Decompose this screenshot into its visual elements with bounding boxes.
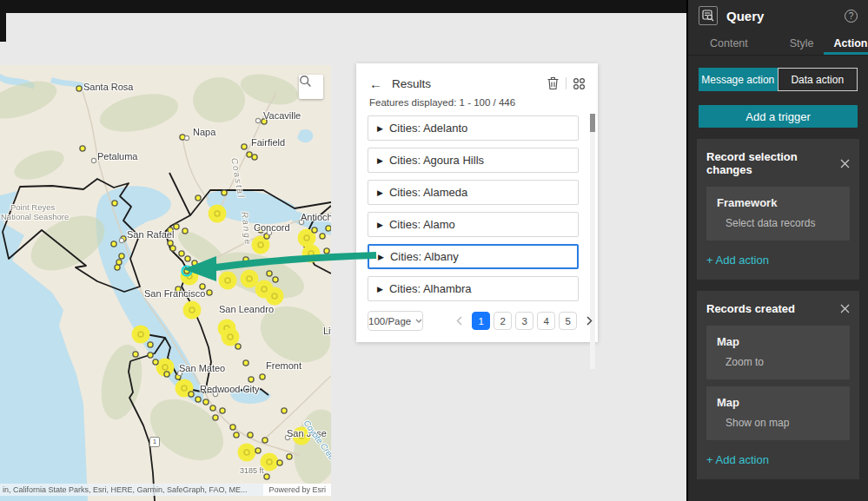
caret-icon[interactable]: ▶	[377, 285, 383, 293]
close-icon[interactable]	[840, 304, 850, 313]
delete-icon[interactable]	[547, 76, 560, 90]
selected-city-dot[interactable]	[184, 268, 189, 274]
city-feature-dot[interactable]	[262, 119, 267, 124]
city-feature-dot[interactable]	[258, 227, 263, 233]
caret-icon[interactable]: ▶	[377, 188, 383, 197]
city-feature-dot[interactable]	[153, 359, 158, 365]
result-item[interactable]: ▶ Cities: Adelanto	[368, 115, 579, 141]
city-feature-dot[interactable]	[168, 227, 173, 233]
page-button-1[interactable]: 1	[472, 312, 490, 330]
grid-view-icon[interactable]	[573, 77, 586, 90]
city-feature-dot[interactable]	[235, 344, 241, 349]
caret-icon[interactable]: ▶	[378, 253, 384, 261]
city-feature-dot[interactable]	[170, 246, 176, 251]
city-feature-dot[interactable]	[320, 234, 325, 239]
city-feature-highlight[interactable]	[266, 287, 284, 306]
city-feature-dot[interactable]	[220, 408, 225, 413]
map-canvas[interactable]: Santa RosaVacavilleNapaFairfieldPetaluma…	[0, 65, 331, 501]
city-feature-dot[interactable]	[133, 352, 138, 357]
action-card-framework[interactable]: Framework Select data records	[706, 187, 850, 241]
city-feature-highlight[interactable]	[293, 427, 311, 445]
city-feature-dot[interactable]	[247, 152, 252, 157]
add-trigger-button[interactable]: Add a trigger	[699, 105, 858, 128]
city-feature-dot[interactable]	[213, 415, 218, 420]
data-action-button[interactable]: Data action	[778, 68, 858, 91]
city-feature-dot[interactable]	[248, 432, 253, 438]
add-action-link[interactable]: + Add action	[706, 254, 850, 267]
city-feature-highlight[interactable]	[183, 301, 202, 320]
city-feature-dot[interactable]	[312, 227, 317, 233]
page-button-5[interactable]: 5	[559, 312, 577, 330]
city-feature-highlight[interactable]	[209, 205, 227, 223]
city-feature-dot[interactable]	[243, 257, 248, 262]
result-item[interactable]: ▶ Cities: Alhambra	[368, 276, 579, 301]
city-feature-dot[interactable]	[210, 405, 215, 411]
result-item[interactable]: ▶ Cities: Alameda	[368, 180, 579, 205]
city-feature-dot[interactable]	[119, 254, 124, 259]
tab-action[interactable]: Action	[824, 31, 868, 55]
prev-page-button[interactable]	[450, 312, 468, 330]
city-feature-dot[interactable]	[115, 265, 120, 270]
city-feature-highlight[interactable]	[219, 272, 237, 290]
city-feature-dot[interactable]	[176, 287, 181, 292]
message-action-button[interactable]: Message action	[699, 68, 778, 91]
action-card-map-show[interactable]: Map Show on map	[706, 386, 850, 440]
city-feature-highlight[interactable]	[222, 328, 240, 346]
city-feature-highlight[interactable]	[238, 444, 256, 462]
map-search-button[interactable]	[299, 75, 323, 99]
city-feature-dot[interactable]	[243, 360, 248, 366]
result-item[interactable]: ▶ Cities: Agoura Hills	[368, 148, 579, 173]
city-feature-dot[interactable]	[248, 377, 254, 382]
next-page-button[interactable]	[580, 312, 599, 330]
city-feature-highlight[interactable]	[241, 270, 259, 288]
city-feature-dot[interactable]	[267, 271, 272, 276]
tab-content[interactable]: Content	[700, 31, 758, 55]
city-feature-dot[interactable]	[189, 392, 194, 397]
result-item-selected[interactable]: ▶ Cities: Albany	[368, 244, 579, 269]
city-feature-dot[interactable]	[195, 397, 201, 402]
city-feature-dot[interactable]	[260, 374, 265, 379]
city-feature-dot[interactable]	[148, 342, 153, 347]
city-feature-dot[interactable]	[255, 448, 261, 453]
page-button-4[interactable]: 4	[537, 312, 555, 330]
city-feature-dot[interactable]	[242, 144, 247, 149]
city-feature-dot[interactable]	[200, 284, 205, 289]
city-feature-dot[interactable]	[277, 460, 282, 465]
city-feature-dot[interactable]	[252, 155, 257, 160]
city-feature-dot[interactable]	[264, 474, 269, 479]
result-item[interactable]: ▶ Cities: Alamo	[368, 212, 579, 237]
city-feature-dot[interactable]	[185, 256, 190, 261]
city-feature-dot[interactable]	[207, 290, 212, 295]
city-feature-dot[interactable]	[234, 432, 239, 438]
city-feature-dot[interactable]	[116, 260, 122, 265]
close-icon[interactable]	[840, 159, 850, 168]
city-feature-dot[interactable]	[273, 277, 278, 282]
city-feature-dot[interactable]	[76, 86, 82, 91]
page-button-3[interactable]: 3	[515, 312, 533, 330]
city-feature-dot[interactable]	[80, 146, 85, 151]
action-card-map-zoom[interactable]: Map Zoom to	[706, 326, 850, 379]
tab-style[interactable]: Style	[780, 31, 824, 55]
city-feature-dot[interactable]	[148, 353, 153, 358]
city-feature-highlight[interactable]	[132, 326, 150, 344]
city-feature-dot[interactable]	[164, 372, 169, 377]
city-feature-dot[interactable]	[195, 195, 201, 201]
city-feature-dot[interactable]	[111, 241, 116, 247]
city-feature-dot[interactable]	[326, 226, 331, 231]
caret-icon[interactable]: ▶	[377, 156, 383, 165]
results-scrollbar[interactable]	[590, 114, 595, 369]
city-feature-highlight[interactable]	[302, 245, 321, 263]
city-feature-dot[interactable]	[182, 228, 188, 234]
city-feature-dot[interactable]	[179, 251, 184, 256]
caret-icon[interactable]: ▶	[377, 124, 383, 133]
caret-icon[interactable]: ▶	[377, 221, 383, 229]
city-feature-dot[interactable]	[112, 201, 117, 206]
city-feature-dot[interactable]	[287, 454, 292, 459]
city-feature-dot[interactable]	[203, 399, 209, 405]
city-feature-dot[interactable]	[262, 438, 268, 443]
page-size-select[interactable]: 100/Page	[368, 311, 423, 331]
city-feature-dot[interactable]	[174, 224, 179, 229]
city-feature-dot[interactable]	[222, 190, 227, 195]
city-feature-dot[interactable]	[192, 260, 197, 266]
scrollbar-thumb[interactable]	[590, 114, 595, 132]
